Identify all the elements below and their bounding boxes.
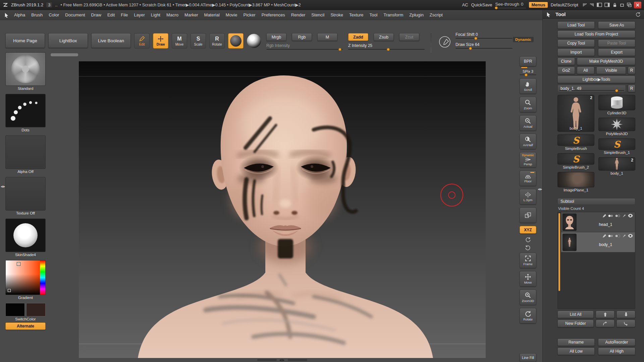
all-low-button[interactable]: All Low [557, 348, 595, 355]
secondary-color-swatch[interactable] [26, 303, 46, 316]
lock-icon[interactable] [612, 2, 618, 8]
focal-shift-slider[interactable]: Focal Shift 0 [455, 32, 513, 39]
tool-thumb-imageplane[interactable]: ImagePlane_1 [557, 172, 594, 192]
move-3d-button[interactable]: Move [520, 271, 536, 287]
tool-thumb-cylinder[interactable]: Cylinder3D [598, 95, 635, 115]
transparency-button[interactable] [520, 207, 536, 223]
draw-button[interactable]: Draw [153, 33, 168, 49]
subtool-palette-header[interactable]: Subtool [557, 198, 635, 205]
scale-button[interactable]: S Scale [191, 33, 206, 49]
polypaint-brush-icon[interactable] [602, 214, 606, 218]
polypaint-brush-icon[interactable] [602, 234, 606, 238]
paste-tool-button[interactable]: Paste Tool [598, 40, 635, 47]
xyz-rotation-button[interactable]: XYZ [520, 226, 536, 234]
menu-item[interactable]: Alpha [11, 10, 28, 20]
color-picker[interactable]: Gradient [5, 260, 46, 300]
menu-item[interactable]: Marker [181, 10, 201, 20]
material-selector[interactable]: SkinShade4 [5, 219, 46, 257]
subtool-item-body1[interactable]: body_1 [561, 232, 635, 252]
goz-all-button[interactable]: All [577, 67, 594, 74]
canvas-scrollbar-segment[interactable] [288, 359, 307, 361]
right-panel-splitter[interactable]: ◀▶ [538, 188, 542, 191]
goz-r-button[interactable]: R [628, 67, 635, 74]
subtool-item-head1[interactable]: head_1 [561, 212, 635, 232]
minimize-icon[interactable] [620, 3, 625, 7]
tool-thumb-simplebrush1[interactable]: S SimpleBrush_1 [598, 138, 635, 155]
subtool-scrollbar[interactable] [558, 213, 560, 291]
menu-item[interactable]: Transform [380, 10, 406, 20]
rotate-button[interactable]: R Rotate [209, 33, 225, 49]
m-button[interactable]: M [317, 33, 337, 41]
subtool-up-button[interactable] [596, 311, 614, 318]
canvas-scrollbar-segment[interactable] [257, 359, 277, 361]
bpr-button[interactable]: BPR [520, 56, 536, 66]
load-tools-from-project-button[interactable]: Load Tools From Project [557, 31, 635, 38]
polypaint-toggle-icon[interactable] [608, 234, 613, 238]
ac-button[interactable]: AC [462, 2, 468, 7]
menu-item[interactable]: File [118, 10, 131, 20]
zcut-button[interactable]: Zcut [399, 33, 419, 41]
hue-strip[interactable] [40, 260, 45, 295]
tool-r-button[interactable]: R [628, 85, 635, 92]
rotate-y-icon[interactable] [525, 237, 531, 243]
menu-item[interactable]: Movie [223, 10, 240, 20]
zsub-button[interactable]: Zsub [374, 33, 394, 41]
lightbox-button[interactable]: LightBox [48, 33, 88, 48]
export-button[interactable]: Export [598, 49, 635, 56]
canvas-scrollbar-horizontal[interactable] [51, 53, 78, 56]
alpha-selector[interactable]: Alpha Off [5, 135, 46, 174]
stroke-selector[interactable]: Dots [5, 94, 46, 133]
lightbox-tools-button[interactable]: Lightbox▶Tools [557, 76, 635, 83]
make-polymesh3d-button[interactable]: Make PolyMesh3D [577, 58, 635, 65]
zoom-button[interactable]: Zoom [520, 97, 536, 112]
move-out-folder-button[interactable] [616, 320, 635, 327]
edit-button[interactable]: Edit [134, 33, 150, 49]
main-color-swatch[interactable] [5, 303, 25, 316]
move-button[interactable]: M Move [172, 33, 187, 49]
floor-button[interactable]: Floor [520, 171, 536, 186]
menu-item[interactable]: Zscript [427, 10, 446, 20]
scroll-button[interactable]: Scroll [520, 78, 536, 94]
home-page-button[interactable]: Home Page [5, 33, 45, 48]
brush-presets-icon[interactable] [590, 3, 594, 7]
menu-item[interactable]: Draw [88, 10, 104, 20]
alternate-button[interactable]: Alternate [5, 322, 46, 330]
rename-button[interactable]: Rename [557, 339, 595, 346]
clone-button[interactable]: Clone [557, 58, 575, 65]
all-high-button[interactable]: All High [598, 348, 635, 355]
sculpt-brush-icon[interactable] [622, 234, 626, 238]
copy-tool-button[interactable]: Copy Tool [557, 40, 595, 47]
tool-thumb-body1-active[interactable]: 2 body_1 [557, 95, 594, 132]
see-through-slider[interactable]: See-through 0 [495, 2, 526, 8]
cycle-panel-icon[interactable] [635, 12, 641, 17]
goz-visible-button[interactable]: Visible [596, 67, 626, 74]
load-tool-button[interactable]: Load Tool [557, 21, 595, 29]
import-button[interactable]: Import [557, 49, 595, 56]
viewport-canvas[interactable] [79, 61, 486, 358]
goz-button[interactable]: GoZ [557, 67, 575, 74]
tool-thumb-simplebrush[interactable]: S SimpleBrush [557, 134, 594, 150]
eye-icon[interactable] [628, 234, 633, 238]
shade-toggle-icon[interactable] [615, 214, 621, 218]
zoom-3d-button[interactable]: Zoom3D [520, 290, 536, 305]
move-to-folder-button[interactable] [596, 320, 614, 327]
active-tool-slider[interactable]: body_1. 49 [557, 85, 626, 92]
menu-item[interactable]: Edit [104, 10, 118, 20]
rgb-intensity-slider[interactable]: Rgb Intensity [266, 43, 343, 50]
canvas-nav-arrows[interactable]: ◀▶ [279, 358, 285, 362]
maximize-icon[interactable] [627, 3, 632, 7]
eye-icon[interactable] [628, 214, 633, 218]
brush-presets-icon[interactable] [583, 3, 587, 7]
menu-item[interactable]: Light [148, 10, 163, 20]
live-boolean-button[interactable]: Live Boolean [91, 33, 131, 48]
menu-item[interactable]: Render [288, 10, 309, 20]
rgb-button[interactable]: Rgb [292, 33, 312, 41]
polypaint-toggle-icon[interactable] [608, 214, 613, 218]
menu-item[interactable]: Layer [131, 10, 148, 20]
texture-selector[interactable]: Texture Off [5, 177, 46, 216]
tool-thumb-body1-small[interactable]: 2 body_1 [598, 157, 635, 175]
spix-slider[interactable]: SPix 3 [520, 69, 536, 75]
menu-item[interactable]: Texture [346, 10, 367, 20]
material-preview-sphere[interactable] [247, 34, 261, 48]
menu-item[interactable]: Macro [163, 10, 181, 20]
